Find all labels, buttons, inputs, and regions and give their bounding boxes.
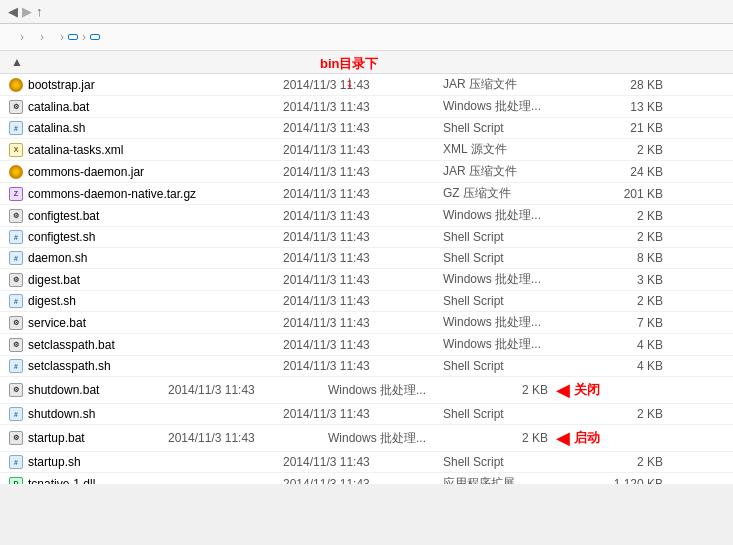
file-type: JAR 压缩文件	[443, 76, 583, 93]
file-size: 4 KB	[583, 338, 663, 352]
table-row[interactable]: ⚙shutdown.bat2014/11/3 11:43Windows 批处理.…	[0, 377, 733, 404]
file-size: 2 KB	[583, 294, 663, 308]
file-type: XML 源文件	[443, 141, 583, 158]
file-name: shutdown.bat	[28, 383, 168, 397]
file-name: configtest.sh	[28, 230, 283, 244]
file-type: Shell Script	[443, 407, 583, 421]
forward-btn[interactable]: ▶	[22, 4, 32, 19]
table-row[interactable]: #setclasspath.sh2014/11/3 11:43Shell Scr…	[0, 356, 733, 377]
file-type: Shell Script	[443, 230, 583, 244]
file-type: Shell Script	[443, 294, 583, 308]
file-size: 13 KB	[583, 100, 663, 114]
table-row[interactable]: ⚙configtest.bat2014/11/3 11:43Windows 批处…	[0, 205, 733, 227]
table-row[interactable]: #shutdown.sh2014/11/3 11:43Shell Script2…	[0, 404, 733, 425]
bat-icon: ⚙	[8, 208, 24, 224]
sep3: ›	[60, 30, 64, 44]
top-bar: ◀ ▶ ↑	[0, 0, 733, 24]
breadcrumb-pc[interactable]	[8, 35, 16, 39]
file-name: setclasspath.sh	[28, 359, 283, 373]
start-annotation: ◀启动	[556, 427, 600, 449]
breadcrumb-tomcat[interactable]	[68, 34, 78, 40]
file-date: 2014/11/3 11:43	[283, 209, 443, 223]
table-row[interactable]: ⚙catalina.bat2014/11/3 11:43Windows 批处理.…	[0, 96, 733, 118]
sh-icon: #	[8, 120, 24, 136]
file-date: 2014/11/3 11:43	[168, 431, 328, 445]
sort-arrow: ▲	[11, 55, 23, 69]
file-name: configtest.bat	[28, 209, 283, 223]
file-size: 24 KB	[583, 165, 663, 179]
file-date: 2014/11/3 11:43	[283, 294, 443, 308]
file-date: 2014/11/3 11:43	[283, 273, 443, 287]
file-date: 2014/11/3 11:43	[283, 187, 443, 201]
file-date: 2014/11/3 11:43	[168, 383, 328, 397]
file-name: digest.sh	[28, 294, 283, 308]
file-name: startup.sh	[28, 455, 283, 469]
table-row[interactable]: Dtcnative-1.dll2014/11/3 11:43应用程序扩展1,12…	[0, 473, 733, 484]
table-row[interactable]: #configtest.sh2014/11/3 11:43Shell Scrip…	[0, 227, 733, 248]
column-headers: ▲	[0, 51, 733, 74]
file-name: bootstrap.jar	[28, 78, 283, 92]
col-name-header[interactable]: ▲	[8, 55, 288, 69]
file-date: 2014/11/3 11:43	[283, 78, 443, 92]
sep4: ›	[82, 30, 86, 44]
file-date: 2014/11/3 11:43	[283, 338, 443, 352]
table-row[interactable]: #startup.sh2014/11/3 11:43Shell Script2 …	[0, 452, 733, 473]
file-name: shutdown.sh	[28, 407, 283, 421]
bat-icon: ⚙	[8, 315, 24, 331]
file-type: Windows 批处理...	[443, 271, 583, 288]
file-size: 2 KB	[583, 230, 663, 244]
back-btn[interactable]: ◀	[8, 4, 18, 19]
breadcrumb-disk[interactable]	[28, 35, 36, 39]
file-type: Windows 批处理...	[443, 314, 583, 331]
breadcrumb-devdir[interactable]	[48, 35, 56, 39]
table-row[interactable]: bootstrap.jar2014/11/3 11:43JAR 压缩文件28 K…	[0, 74, 733, 96]
file-name: setclasspath.bat	[28, 338, 283, 352]
file-size: 21 KB	[583, 121, 663, 135]
file-name: commons-daemon.jar	[28, 165, 283, 179]
breadcrumb-bin[interactable]	[90, 34, 100, 40]
file-name: catalina-tasks.xml	[28, 143, 283, 157]
file-type: Windows 批处理...	[443, 98, 583, 115]
dll-icon: D	[8, 476, 24, 485]
file-name: daemon.sh	[28, 251, 283, 265]
bat-icon: ⚙	[8, 272, 24, 288]
table-row[interactable]: #daemon.sh2014/11/3 11:43Shell Script8 K…	[0, 248, 733, 269]
file-name: service.bat	[28, 316, 283, 330]
table-row[interactable]: Xcatalina-tasks.xml2014/11/3 11:43XML 源文…	[0, 139, 733, 161]
file-size: 2 KB	[583, 209, 663, 223]
table-row[interactable]: ⚙digest.bat2014/11/3 11:43Windows 批处理...…	[0, 269, 733, 291]
file-type: Shell Script	[443, 121, 583, 135]
file-date: 2014/11/3 11:43	[283, 230, 443, 244]
bat-icon: ⚙	[8, 337, 24, 353]
file-date: 2014/11/3 11:43	[283, 121, 443, 135]
file-list: bootstrap.jar2014/11/3 11:43JAR 压缩文件28 K…	[0, 74, 733, 484]
file-size: 2 KB	[468, 383, 548, 397]
sh-icon: #	[8, 454, 24, 470]
bat-icon: ⚙	[8, 430, 24, 446]
table-row[interactable]: #digest.sh2014/11/3 11:43Shell Script2 K…	[0, 291, 733, 312]
table-row[interactable]: ⚙startup.bat2014/11/3 11:43Windows 批处理..…	[0, 425, 733, 452]
table-row[interactable]: #catalina.sh2014/11/3 11:43Shell Script2…	[0, 118, 733, 139]
sh-icon: #	[8, 406, 24, 422]
file-size: 201 KB	[583, 187, 663, 201]
file-name: commons-daemon-native.tar.gz	[28, 187, 283, 201]
file-type: Windows 批处理...	[443, 207, 583, 224]
xml-icon: X	[8, 142, 24, 158]
table-row[interactable]: ⚙setclasspath.bat2014/11/3 11:43Windows …	[0, 334, 733, 356]
bat-icon: ⚙	[8, 382, 24, 398]
table-row[interactable]: ⚙service.bat2014/11/3 11:43Windows 批处理..…	[0, 312, 733, 334]
up-btn[interactable]: ↑	[36, 4, 43, 19]
file-size: 28 KB	[583, 78, 663, 92]
sep2: ›	[40, 30, 44, 44]
sh-icon: #	[8, 229, 24, 245]
sh-icon: #	[8, 250, 24, 266]
table-row[interactable]: commons-daemon.jar2014/11/3 11:43JAR 压缩文…	[0, 161, 733, 183]
close-annotation: ◀关闭	[556, 379, 600, 401]
file-date: 2014/11/3 11:43	[283, 359, 443, 373]
file-type: JAR 压缩文件	[443, 163, 583, 180]
file-size: 3 KB	[583, 273, 663, 287]
file-size: 2 KB	[583, 407, 663, 421]
file-name: tcnative-1.dll	[28, 477, 283, 485]
table-row[interactable]: Zcommons-daemon-native.tar.gz2014/11/3 1…	[0, 183, 733, 205]
file-size: 2 KB	[583, 143, 663, 157]
